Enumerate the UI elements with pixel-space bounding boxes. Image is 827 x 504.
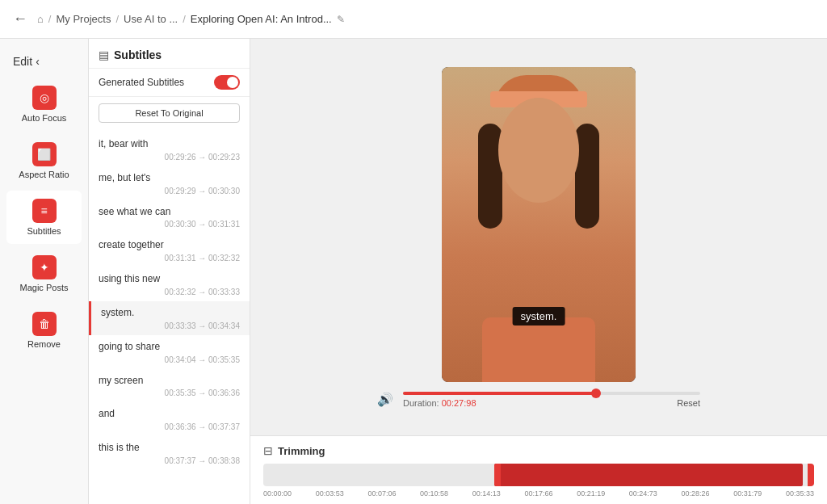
trimming-icon: ⊟: [263, 444, 273, 457]
video-preview: system.: [442, 67, 636, 382]
subtitle-text: me, but let's: [99, 171, 240, 185]
progress-bar-container: Duration: 00:27:98 Reset: [403, 392, 700, 408]
generated-subtitles-row: Generated Subtitles: [89, 69, 250, 97]
sidebar-item-auto-focus[interactable]: ◎ Auto Focus: [6, 78, 82, 131]
sidebar-item-remove[interactable]: 🗑 Remove: [6, 304, 82, 357]
subtitle-time: 00:32:32 → 00:33:33: [99, 288, 240, 296]
timeline-labels: 00:00:0000:03:5300:07:0600:10:5800:14:13…: [263, 489, 814, 498]
trimming-fill: [494, 464, 803, 486]
subtitle-list-item[interactable]: my screen00:35:35 → 00:36:36: [89, 369, 250, 403]
subtitle-time: 00:35:35 → 00:36:36: [99, 388, 240, 397]
panel-icon: ▤: [99, 48, 109, 61]
edit-label: Edit: [13, 55, 32, 68]
hair-right: [575, 124, 599, 229]
left-sidebar: Edit ‹ ◎ Auto Focus ⬜ Aspect Ratio ≡ Sub…: [0, 39, 89, 504]
duration-row: Duration: 00:27:98 Reset: [403, 398, 700, 408]
subtitle-list-item[interactable]: using this new00:32:32 → 00:33:33: [89, 267, 250, 301]
duration-label: Duration: 00:27:98: [403, 398, 476, 408]
trimming-title: Trimming: [278, 445, 325, 457]
breadcrumb-item-1[interactable]: My Projects: [56, 13, 111, 25]
magic-posts-label: Magic Posts: [20, 283, 69, 292]
timeline-label: 00:28:26: [682, 489, 710, 498]
breadcrumb: ⌂ / My Projects / Use AI to ... / Explor…: [37, 13, 345, 25]
subtitles-label: Subtitles: [27, 226, 61, 236]
breadcrumb-sep-3: /: [183, 13, 186, 25]
subtitle-text: create together: [99, 238, 240, 252]
subtitle-text: using this new: [99, 272, 240, 286]
aspect-ratio-icon: ⬜: [32, 142, 57, 166]
trimming-track[interactable]: [263, 464, 814, 486]
subtitle-list-item[interactable]: see what we can00:30:30 → 00:31:31: [89, 200, 250, 234]
duration-text: Duration:: [403, 398, 439, 408]
subtitle-time: 00:29:29 → 00:30:30: [99, 187, 240, 195]
timeline-label: 00:00:00: [263, 489, 292, 498]
top-nav: ← ⌂ / My Projects / Use AI to ... / Expl…: [0, 0, 827, 39]
subtitle-list-item[interactable]: this is the00:37:37 → 00:38:38: [89, 436, 250, 470]
volume-icon[interactable]: 🔊: [377, 392, 393, 407]
timeline-label: 00:10:58: [420, 489, 448, 498]
subtitle-time: 00:34:04 → 00:35:35: [99, 355, 240, 364]
subtitle-list-item[interactable]: going to share00:34:04 → 00:35:35: [89, 335, 250, 369]
video-reset-button[interactable]: Reset: [677, 398, 700, 408]
trimming-handle-right[interactable]: [808, 464, 814, 486]
subtitle-time: 00:31:31 → 00:32:32: [99, 254, 240, 262]
breadcrumb-sep-1: /: [48, 13, 52, 25]
trimming-section: ⊟ Trimming 00:00:0000:03:5300:07:0600:10…: [250, 435, 827, 504]
subtitles-panel-header: ▤ Subtitles: [89, 39, 250, 69]
subtitle-list-item[interactable]: system.00:33:33 → 00:34:34: [89, 301, 250, 335]
main-layout: Edit ‹ ◎ Auto Focus ⬜ Aspect Ratio ≡ Sub…: [0, 39, 827, 504]
remove-icon: 🗑: [32, 312, 57, 336]
progress-thumb[interactable]: [591, 388, 601, 398]
subtitle-time: 00:33:33 → 00:34:34: [101, 321, 240, 330]
subtitle-text: going to share: [99, 340, 240, 354]
duration-value: 00:27:98: [442, 398, 476, 408]
sidebar-item-subtitles[interactable]: ≡ Subtitles: [6, 191, 82, 244]
sidebar-item-aspect-ratio[interactable]: ⬜ Aspect Ratio: [6, 134, 82, 187]
subtitle-list-item[interactable]: create together00:31:31 → 00:32:32: [89, 233, 250, 267]
subtitle-text: see what we can: [99, 205, 240, 219]
timeline-label: 00:07:06: [367, 489, 396, 498]
progress-fill: [403, 392, 596, 395]
aspect-ratio-label: Aspect Ratio: [19, 170, 69, 179]
subtitle-time: 00:36:36 → 00:37:37: [99, 422, 240, 431]
timeline-label: 00:14:13: [472, 489, 501, 498]
face-oval: [498, 98, 579, 203]
subtitle-text: it, bear with: [99, 137, 240, 151]
subtitle-text: this is the: [99, 441, 240, 455]
video-subtitle-overlay: system.: [513, 307, 565, 326]
timeline-label: 00:24:73: [629, 489, 657, 498]
person-face: [486, 75, 591, 237]
sidebar-item-magic-posts[interactable]: ✦ Magic Posts: [6, 247, 82, 300]
subtitles-icon: ≡: [32, 199, 57, 223]
subtitle-list-item[interactable]: it, bear with00:29:26 → 00:29:23: [89, 132, 250, 166]
subtitle-text: system.: [101, 306, 240, 320]
shirt: [482, 317, 595, 382]
subtitle-list-item[interactable]: and00:36:36 → 00:37:37: [89, 402, 250, 436]
home-icon[interactable]: ⌂: [37, 13, 44, 25]
back-button[interactable]: ←: [13, 10, 27, 27]
magic-posts-icon: ✦: [32, 255, 57, 279]
video-controls: 🔊 Duration: 00:27:98 Reset: [377, 392, 700, 408]
content-area: system. 🔊 Duration: 00:27:98 Reset: [250, 39, 827, 504]
breadcrumb-item-2[interactable]: Use AI to ...: [124, 13, 178, 25]
timeline-label: 00:31:79: [733, 489, 762, 498]
trimming-handle-left[interactable]: [494, 464, 501, 486]
generated-toggle[interactable]: [214, 75, 240, 90]
subtitle-time: 00:29:26 → 00:29:23: [99, 153, 240, 162]
video-person-bg: [442, 67, 636, 382]
reset-to-original-button[interactable]: Reset To Original: [99, 103, 240, 123]
timeline-label: 00:35:33: [786, 489, 814, 498]
video-section: system. 🔊 Duration: 00:27:98 Reset: [250, 39, 827, 435]
subtitle-text: my screen: [99, 374, 240, 388]
edit-section[interactable]: Edit ‹: [0, 48, 88, 74]
generated-label: Generated Subtitles: [99, 77, 184, 88]
auto-focus-icon: ◎: [32, 86, 57, 110]
remove-label: Remove: [27, 339, 61, 349]
auto-focus-label: Auto Focus: [22, 113, 67, 123]
edit-title-icon[interactable]: ✎: [337, 14, 345, 25]
subtitle-time: 00:37:37 → 00:38:38: [99, 456, 240, 465]
progress-bar[interactable]: [403, 392, 700, 395]
trimming-header: ⊟ Trimming: [263, 444, 814, 457]
edit-chevron-icon: ‹: [36, 55, 40, 68]
subtitle-list-item[interactable]: me, but let's00:29:29 → 00:30:30: [89, 166, 250, 200]
